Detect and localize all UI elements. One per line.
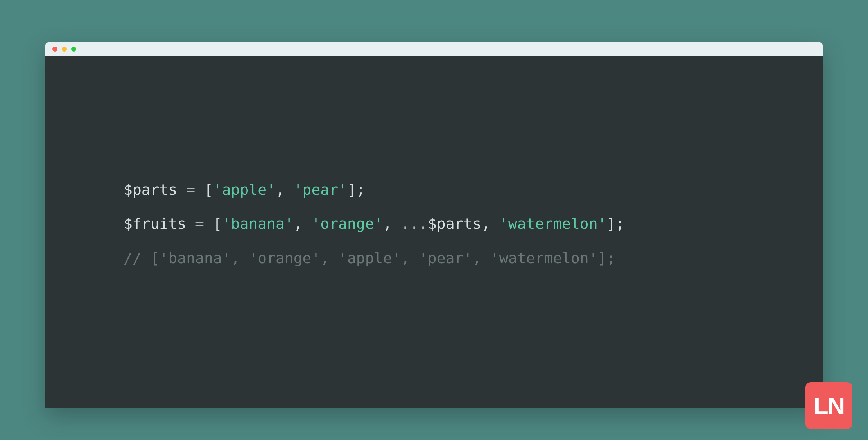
maximize-icon[interactable] (71, 47, 76, 52)
bracket-close: ]; (347, 181, 365, 198)
string-apple: 'apple' (213, 181, 276, 198)
close-icon[interactable] (52, 47, 57, 52)
editor-window: $parts = ['apple', 'pear'];$fruits = ['b… (45, 42, 823, 408)
logo-text: LN (814, 392, 845, 420)
logo-badge: LN (805, 382, 852, 429)
code-line-3: // ['banana', 'orange', 'apple', 'pear',… (124, 241, 744, 275)
bracket-open: [ (195, 181, 213, 198)
string-banana: 'banana' (222, 215, 294, 232)
code-editor: $parts = ['apple', 'pear'];$fruits = ['b… (45, 56, 823, 408)
equals-operator: = (195, 215, 204, 232)
window-titlebar (45, 42, 823, 56)
code-line-2: $fruits = ['banana', 'orange', ...$parts… (124, 207, 744, 241)
code-line-1: $parts = ['apple', 'pear']; (124, 173, 744, 207)
variable-parts: $parts (124, 181, 186, 198)
string-orange: 'orange' (311, 215, 383, 232)
equals-operator: = (186, 181, 195, 198)
comment-result: // ['banana', 'orange', 'apple', 'pear',… (124, 250, 615, 267)
string-watermelon: 'watermelon' (499, 215, 607, 232)
spread-operator: ... (401, 215, 428, 232)
comma: , (383, 215, 401, 232)
string-pear: 'pear' (294, 181, 347, 198)
minimize-icon[interactable] (62, 47, 67, 52)
comma: , (294, 215, 312, 232)
bracket-close: ]; (607, 215, 625, 232)
comma: , (276, 181, 294, 198)
variable-fruits: $fruits (124, 215, 195, 232)
variable-parts-ref: $parts, (428, 215, 499, 232)
bracket-open: [ (204, 215, 222, 232)
